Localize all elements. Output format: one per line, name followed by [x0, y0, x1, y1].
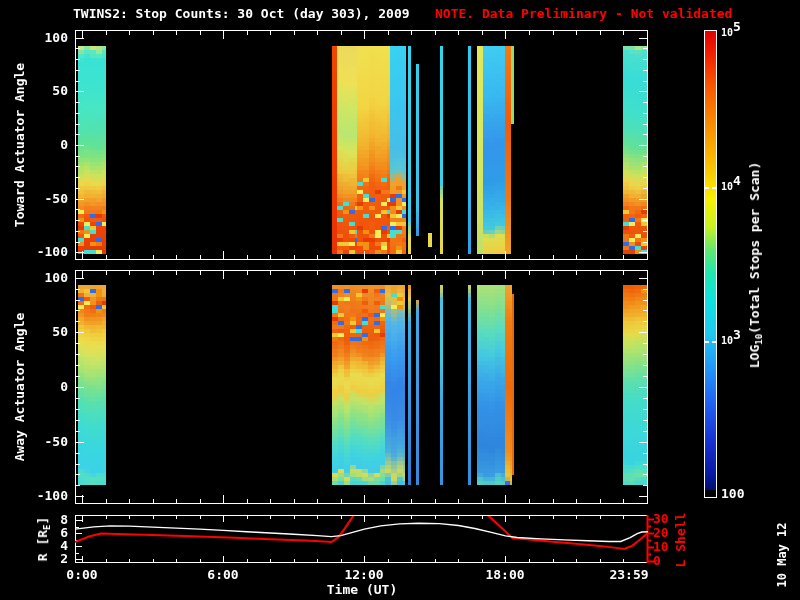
page-title: TWINS2: Stop Counts: 30 Oct (day 303), 2… — [73, 7, 410, 21]
ytick-label: 50 — [28, 84, 68, 98]
ytick-label: -50 — [28, 435, 68, 449]
preliminary-note: NOTE. Data Preliminary - Not validated — [435, 7, 732, 21]
ytick-label-lshell: 20 — [653, 526, 669, 540]
ytick-label-r: 2 — [28, 552, 68, 566]
xtick-label: 23:59 — [609, 568, 648, 582]
xtick-label: 6:00 — [207, 568, 238, 582]
ytick-label: 0 — [28, 138, 68, 152]
colorbar-tick-label: 104 — [721, 179, 741, 194]
ytick-label: -50 — [28, 192, 68, 206]
screenshot-root: TWINS2: Stop Counts: 30 Oct (day 303), 2… — [0, 0, 800, 600]
ytick-label-lshell: 10 — [653, 540, 669, 554]
xtick-label: 18:00 — [485, 568, 524, 582]
y-axis-label-lshell: L Shell — [674, 513, 688, 568]
ytick-label-lshell: 30 — [653, 512, 669, 526]
colorbar-tick-label: 103 — [721, 333, 741, 348]
colorbar-label: LOG10(Total Stops per Scan) — [748, 162, 766, 369]
ytick-label-lshell: 0 — [653, 554, 661, 568]
spectrogram-canvas — [0, 0, 800, 600]
ytick-label: 0 — [28, 380, 68, 394]
xtick-label: 12:00 — [344, 568, 383, 582]
ytick-label: 50 — [28, 325, 68, 339]
colorbar-tick-label: 100 — [721, 487, 744, 501]
ytick-label: -100 — [28, 245, 68, 259]
colorbar-tick-label: 105 — [721, 25, 741, 40]
ytick-label: 100 — [28, 31, 68, 45]
x-axis-label: Time (UT) — [327, 583, 397, 597]
xtick-label: 0:00 — [66, 568, 97, 582]
ytick-label: 100 — [28, 271, 68, 285]
y-axis-label-toward: Toward Actuator Angle — [13, 63, 27, 227]
date-stamp: 10 May 12 — [775, 522, 789, 587]
y-axis-label-away: Away Actuator Angle — [13, 313, 27, 462]
ytick-label: -100 — [28, 489, 68, 503]
